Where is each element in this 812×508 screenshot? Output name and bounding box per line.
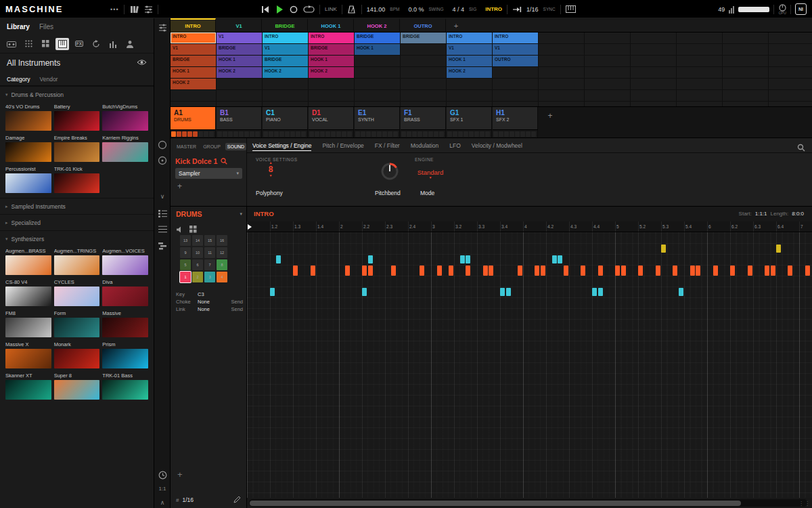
group-header[interactable]: A1DRUMS <box>171 107 216 129</box>
groups-icon[interactable] <box>22 38 35 50</box>
pattern-clip-v1[interactable]: V1 <box>171 44 216 55</box>
product-item[interactable]: Super 8 <box>54 371 100 400</box>
midi-note[interactable] <box>276 255 281 263</box>
group-header[interactable]: C1PIANO <box>263 107 308 129</box>
pattern-slot[interactable] <box>407 131 411 137</box>
page-tab-lfo[interactable]: LFO <box>449 142 461 150</box>
pattern-slot[interactable] <box>371 131 376 137</box>
pad-3[interactable]: 3 <box>204 272 215 282</box>
pattern-slot[interactable] <box>204 131 208 137</box>
pattern-slot[interactable] <box>274 131 279 137</box>
pattern-clip-hook-1[interactable]: HOOK 1 <box>447 56 492 66</box>
pad-view-icon[interactable] <box>189 224 197 236</box>
midi-note[interactable] <box>771 266 775 276</box>
pattern-clip-bridge[interactable]: BRIDGE <box>171 56 216 66</box>
note-grid[interactable] <box>247 232 812 498</box>
midi-note[interactable] <box>598 266 603 276</box>
pattern-slot[interactable] <box>515 131 520 137</box>
retrigger-icon[interactable] <box>512 4 522 15</box>
midi-note[interactable] <box>500 288 505 296</box>
pattern-slot[interactable] <box>412 131 417 137</box>
pad-5[interactable]: 5 <box>180 259 191 270</box>
pattern-length-value[interactable]: 8:0:0 <box>792 211 804 217</box>
pattern-slot[interactable] <box>263 131 268 137</box>
pattern-clip-bridge[interactable]: BRIDGE <box>263 56 308 66</box>
swing-value[interactable]: 0.0 % <box>408 6 424 13</box>
product-item[interactable]: Skanner XT <box>5 371 51 400</box>
pattern-slot[interactable] <box>447 131 452 137</box>
pad-8[interactable]: 8 <box>217 259 227 270</box>
midi-note[interactable] <box>713 266 718 276</box>
section-header-sampled-instruments[interactable]: ▸Sampled Instruments <box>0 198 154 214</box>
user-content-icon[interactable] <box>123 38 137 50</box>
pattern-slot[interactable] <box>453 131 457 137</box>
group-header[interactable]: F1BRASS <box>401 107 446 129</box>
midi-note[interactable] <box>558 255 562 263</box>
product-item[interactable]: Karriem Riggins <box>102 133 148 162</box>
pattern-clip-bridge[interactable]: BRIDGE <box>355 33 400 43</box>
midi-note[interactable] <box>788 266 792 276</box>
midi-note[interactable] <box>564 266 568 276</box>
pattern-clip-hook-1[interactable]: HOOK 1 <box>355 44 400 55</box>
scene-tab-hook-2[interactable]: HOOK 2 <box>355 18 400 33</box>
pattern-slot[interactable] <box>198 131 203 137</box>
pattern-slot[interactable] <box>279 131 284 137</box>
pattern-slot[interactable] <box>377 131 382 137</box>
page-tab-fx-filter[interactable]: FX / Filter <box>375 142 400 150</box>
pattern-slot[interactable] <box>423 131 428 137</box>
timeline-ruler[interactable]: 1.21.31.422.22.32.433.23.33.444.24.34.45… <box>247 221 812 232</box>
pad-13[interactable]: 13 <box>180 235 191 246</box>
page-tab-voice-settings-engine[interactable]: Voice Settings / Engine <box>252 142 311 151</box>
midi-note[interactable] <box>661 245 666 253</box>
send-button[interactable]: Send <box>231 299 243 305</box>
pattern-slot[interactable] <box>434 131 438 137</box>
pattern-clip-bridge[interactable]: BRIDGE <box>401 33 446 43</box>
scope-tab-master[interactable]: MASTER <box>175 143 198 150</box>
scene-tab-v1[interactable]: V1 <box>217 18 262 33</box>
pad-7[interactable]: 7 <box>204 259 215 270</box>
product-item[interactable]: Percussionist <box>5 165 51 193</box>
pattern-clip-v1[interactable]: V1 <box>217 33 262 43</box>
polyphony-control[interactable]: ▲ 8 ▼ <box>257 161 284 177</box>
pad-12[interactable]: 12 <box>217 247 227 258</box>
pattern-slot[interactable] <box>342 131 346 137</box>
pattern-clip-intro[interactable]: INTRO <box>447 33 492 43</box>
midi-note[interactable] <box>615 266 620 276</box>
midi-note[interactable] <box>552 255 557 263</box>
pattern-clip-intro[interactable]: INTRO <box>309 33 354 43</box>
section-header-synthesizers[interactable]: ▾Synthesizers <box>0 230 154 247</box>
pattern-slot[interactable] <box>464 131 468 137</box>
pattern-slot[interactable] <box>177 131 181 137</box>
pattern-slot[interactable] <box>428 131 433 137</box>
pattern-clip-hook-2[interactable]: HOOK 2 <box>447 67 492 78</box>
midi-note[interactable] <box>535 266 539 276</box>
pad-10[interactable]: 10 <box>192 247 203 258</box>
pattern-slot[interactable] <box>355 131 360 137</box>
product-item[interactable]: Augmen...TRINGS <box>54 247 100 275</box>
editor-group-selector[interactable]: DRUMS <box>176 210 202 218</box>
pad-15[interactable]: 15 <box>204 235 215 246</box>
pattern-start-value[interactable]: 1:1:1 <box>755 211 767 217</box>
browser-toggle-icon[interactable] <box>129 4 139 15</box>
pattern-clip-outro[interactable]: OUTRO <box>493 56 538 66</box>
midi-note[interactable] <box>368 266 373 276</box>
midi-note[interactable] <box>598 288 603 296</box>
group-header[interactable]: D1VOCAL <box>309 107 354 129</box>
pad-4[interactable]: 4 <box>217 272 227 282</box>
product-item[interactable]: Augmen...BRASS <box>5 247 51 275</box>
midi-note[interactable] <box>362 288 367 296</box>
scene-tab-bridge[interactable]: BRIDGE <box>263 18 308 33</box>
pattern-slot[interactable] <box>187 131 192 137</box>
pattern-clip-intro[interactable]: INTRO <box>493 33 538 43</box>
page-tab-velocity-modwheel[interactable]: Velocity / Modwheel <box>472 142 522 150</box>
events-list-icon[interactable] <box>154 226 171 233</box>
product-item[interactable]: Monark <box>54 340 100 368</box>
plugin-selector[interactable]: Sampler ▾ <box>175 168 242 179</box>
param-value[interactable]: None <box>198 299 210 305</box>
product-item[interactable]: CS-80 V4 <box>5 278 51 306</box>
group-f1[interactable]: F1BRASS <box>401 107 446 138</box>
chevron-down-icon[interactable]: ∨ <box>154 193 171 200</box>
perf-grid-value[interactable]: 1/16 <box>526 6 539 13</box>
loop-button[interactable] <box>303 4 315 15</box>
bpm-value[interactable]: 141.00 <box>367 6 386 13</box>
